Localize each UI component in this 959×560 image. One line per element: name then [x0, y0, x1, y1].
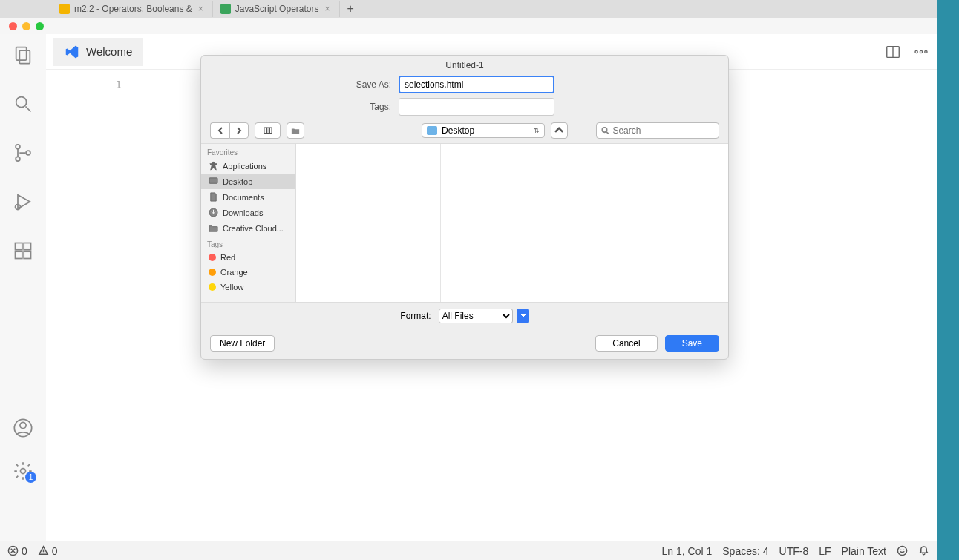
finder-column-2[interactable]: [441, 144, 728, 302]
svg-point-31: [897, 546, 906, 555]
save-button[interactable]: Save: [665, 335, 719, 352]
svg-point-14: [21, 469, 26, 474]
svg-point-18: [920, 50, 922, 53]
svg-rect-1: [19, 50, 30, 64]
sidebar-item-documents[interactable]: Documents: [201, 189, 295, 205]
svg-point-6: [26, 151, 30, 155]
sidebar-item-applications[interactable]: Applications: [201, 158, 295, 174]
sidebar-item-creative-cloud[interactable]: Creative Cloud...: [201, 220, 295, 236]
svg-point-4: [16, 145, 20, 149]
status-language[interactable]: Plain Text: [842, 545, 886, 557]
feedback-icon[interactable]: [897, 545, 908, 556]
format-select[interactable]: All Files: [439, 309, 513, 323]
editor-tab-label: Welcome: [86, 45, 132, 58]
line-number: 1: [46, 70, 135, 541]
location-label: Desktop: [442, 125, 474, 136]
extensions-icon[interactable]: [13, 240, 33, 261]
collapse-button[interactable]: [551, 122, 567, 139]
close-icon[interactable]: ×: [197, 4, 205, 14]
cancel-button[interactable]: Cancel: [595, 335, 657, 352]
window-controls: [0, 18, 937, 34]
minimize-window-icon[interactable]: [22, 22, 30, 30]
sidebar-tag-red[interactable]: Red: [201, 250, 295, 265]
explorer-icon[interactable]: [13, 45, 33, 65]
svg-line-24: [606, 132, 609, 134]
tag-dot-icon: [209, 269, 216, 276]
status-spaces[interactable]: Spaces: 4: [722, 545, 768, 557]
status-eol[interactable]: LF: [819, 545, 831, 557]
tag-dot-icon: [209, 283, 216, 291]
close-window-icon[interactable]: [9, 22, 17, 30]
svg-rect-10: [16, 251, 22, 258]
save-as-label: Save As:: [213, 79, 399, 90]
tags-label: Tags:: [213, 102, 399, 112]
folder-icon: [427, 126, 437, 135]
finder-column-1[interactable]: [296, 144, 441, 302]
location-select[interactable]: Desktop ⇅: [422, 123, 545, 138]
svg-point-2: [16, 97, 27, 108]
svg-rect-8: [16, 243, 22, 250]
finder-search[interactable]: [596, 122, 719, 139]
documents-icon: [209, 192, 218, 202]
source-control-icon[interactable]: [13, 142, 33, 163]
right-decorative-strip: [937, 0, 959, 560]
tags-header: Tags: [201, 236, 295, 250]
status-errors[interactable]: 0: [7, 545, 27, 557]
svg-rect-11: [24, 251, 30, 258]
folder-icon: [209, 223, 218, 233]
status-warnings[interactable]: 0: [38, 545, 58, 557]
browser-tab-label: JavaScript Operators: [235, 4, 319, 14]
vscode-logo-icon: [64, 44, 80, 60]
sidebar-item-downloads[interactable]: Downloads: [201, 205, 295, 220]
close-icon[interactable]: ×: [323, 4, 331, 14]
svg-rect-20: [264, 128, 266, 134]
svg-point-13: [20, 422, 26, 428]
more-actions-icon[interactable]: [913, 44, 929, 60]
view-mode-button[interactable]: [255, 122, 281, 139]
favorites-header: Favorites: [201, 144, 295, 158]
downloads-icon: [209, 208, 218, 217]
settings-badge: 1: [25, 472, 36, 483]
status-encoding[interactable]: UTF-8: [779, 545, 809, 557]
svg-rect-22: [269, 128, 272, 134]
dialog-title: Untitled-1: [201, 56, 728, 73]
notifications-icon[interactable]: [918, 545, 929, 556]
activity-bar: 1: [0, 34, 46, 541]
split-editor-icon[interactable]: [885, 44, 901, 60]
svg-line-3: [26, 107, 31, 112]
chevron-updown-icon: ⇅: [534, 127, 540, 134]
finder-sidebar: Favorites Applications Desktop Documents…: [201, 144, 296, 302]
svg-rect-25: [209, 178, 217, 183]
sidebar-item-desktop[interactable]: Desktop: [201, 174, 295, 189]
browser-tab-label: m2.2 - Operators, Booleans &: [74, 4, 192, 14]
sidebar-tag-yellow[interactable]: Yellow: [201, 280, 295, 294]
save-dialog: Untitled-1 Save As: Tags:: [200, 55, 729, 360]
search-icon[interactable]: [13, 93, 33, 114]
js-favicon-icon: [220, 4, 231, 14]
finder-search-input[interactable]: [612, 125, 714, 136]
accounts-icon[interactable]: [13, 418, 33, 438]
browser-tab-1[interactable]: m2.2 - Operators, Booleans & ×: [52, 1, 213, 17]
new-tab-button[interactable]: +: [340, 1, 361, 17]
run-debug-icon[interactable]: [13, 191, 33, 212]
nav-forward-button[interactable]: [229, 122, 249, 139]
save-as-input[interactable]: [399, 76, 554, 93]
svg-point-23: [602, 128, 606, 132]
settings-gear-icon[interactable]: 1: [13, 461, 33, 481]
nav-back-button[interactable]: [210, 122, 229, 139]
tags-input[interactable]: [399, 98, 554, 116]
applications-icon: [209, 161, 218, 171]
folder-button[interactable]: [287, 122, 304, 139]
sidebar-tag-orange[interactable]: Orange: [201, 265, 295, 280]
slides-favicon-icon: [59, 4, 70, 14]
status-cursor[interactable]: Ln 1, Col 1: [662, 545, 713, 557]
desktop-icon: [209, 177, 218, 186]
maximize-window-icon[interactable]: [36, 22, 44, 30]
svg-rect-21: [266, 128, 269, 134]
svg-point-17: [915, 50, 917, 53]
tag-dot-icon: [209, 254, 216, 261]
editor-tab-welcome[interactable]: Welcome: [53, 38, 143, 66]
chevron-down-icon[interactable]: [517, 309, 529, 323]
browser-tab-2[interactable]: JavaScript Operators ×: [213, 1, 340, 17]
new-folder-button[interactable]: New Folder: [210, 335, 275, 352]
